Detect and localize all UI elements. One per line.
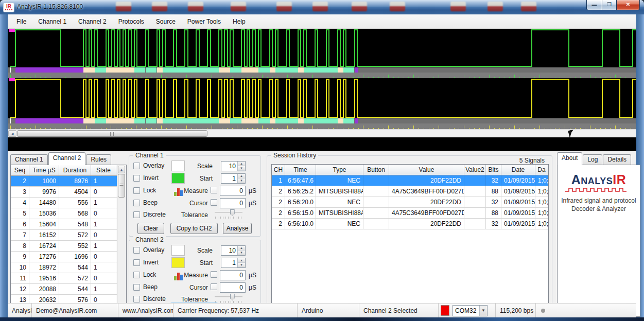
history-table-row[interactable]: 26:56:25.2MITSUBISHI88AC4A75C3649BFF00FD… bbox=[272, 186, 548, 197]
scroll-left-arrow-icon[interactable]: ◄ bbox=[8, 130, 16, 137]
channel-1-tolerance-slider[interactable] bbox=[215, 209, 242, 219]
menu-item-channel-2[interactable]: Channel 2 bbox=[73, 16, 112, 27]
scroll-up-arrow-icon[interactable]: ▲ bbox=[118, 166, 125, 173]
aero-reflection bbox=[390, 2, 405, 11]
column-header-seq[interactable]: Seq bbox=[11, 165, 29, 175]
channel-2-scale-spinner[interactable]: 10▲▼ bbox=[221, 245, 246, 256]
cell: 568 bbox=[59, 208, 91, 219]
channel-1-invert-color-swatch[interactable] bbox=[171, 173, 185, 184]
menu-item-power-tools[interactable]: Power Tools bbox=[182, 16, 226, 27]
channel-1-analyse-button[interactable]: Analyse bbox=[223, 223, 252, 234]
decode-bit-segment bbox=[95, 67, 106, 73]
column-header-duration[interactable]: Duration bbox=[59, 165, 91, 175]
signal-table-row[interactable]: 10189725441 bbox=[11, 262, 126, 273]
channel-1-lock-checkbox[interactable] bbox=[133, 187, 140, 194]
tab-details[interactable]: Details bbox=[603, 154, 631, 165]
menu-item-source[interactable]: Source bbox=[151, 16, 181, 27]
channel2-waveform-plot[interactable] bbox=[8, 78, 636, 118]
column-header-state[interactable]: State bbox=[91, 165, 116, 175]
checkbox-label: Discrete bbox=[143, 295, 166, 302]
signal-table-row[interactable]: 11195165720 bbox=[11, 273, 126, 284]
history-table-row[interactable]: 26:56:15.0MITSUBISHI88AC4A75C3649BFF00FD… bbox=[272, 208, 548, 219]
menu-item-channel-1[interactable]: Channel 1 bbox=[33, 16, 72, 27]
signal-table-row[interactable]: 3997645040 bbox=[11, 187, 126, 198]
maximize-button[interactable]: ❐ bbox=[602, 0, 616, 10]
decode-bit-segment bbox=[129, 118, 134, 123]
signal-table-vscrollbar[interactable]: ▲ ▼ bbox=[117, 165, 126, 316]
tab-channel-1[interactable]: Channel 1 bbox=[10, 154, 48, 165]
channel-1-overlay-color-swatch[interactable] bbox=[171, 160, 185, 171]
signal-table-row[interactable]: 5150365680 bbox=[11, 208, 126, 219]
checkbox-label: Overlay bbox=[143, 246, 164, 254]
channel-2-cursor-field[interactable]: 0 bbox=[220, 282, 246, 293]
column-header-time-s[interactable]: Time µS bbox=[29, 165, 59, 175]
signal-table-row[interactable]: 6156045481 bbox=[11, 219, 126, 230]
signal-table-row[interactable]: 2100089761 bbox=[11, 176, 126, 187]
column-header-time[interactable]: Time bbox=[285, 165, 316, 175]
tab-channel-2[interactable]: Channel 2 bbox=[48, 152, 86, 165]
cell: 2 bbox=[272, 208, 285, 218]
channel-2-measure-field[interactable]: 0 bbox=[220, 270, 246, 280]
channel-1-discrete-checkbox[interactable] bbox=[133, 211, 140, 218]
channel-2-tolerance-slider[interactable] bbox=[215, 294, 242, 303]
channel-1-copy-to-ch2-button[interactable]: Copy to CH2 bbox=[170, 223, 218, 234]
tab-about[interactable]: About bbox=[557, 152, 582, 165]
signal-table-row[interactable]: 8167245521 bbox=[11, 241, 126, 252]
title-bar[interactable]: IR AnalysIR 1.15.826.8100 ▬ ❐ ✕ bbox=[0, 0, 644, 15]
window-border-bottom bbox=[0, 317, 644, 321]
history-table-row[interactable]: 26:56:10.0NEC20DF22DD3201/09/20151;0; bbox=[272, 219, 548, 229]
waveform-scroll-thumb[interactable] bbox=[17, 130, 207, 137]
channel-2-cursor-checkbox[interactable] bbox=[211, 283, 217, 290]
channel-1-cursor-checkbox[interactable] bbox=[211, 199, 217, 206]
minimize-button[interactable]: ▬ bbox=[586, 0, 602, 10]
cell: 1696 bbox=[59, 252, 91, 262]
column-header-bits[interactable]: Bits bbox=[486, 165, 501, 175]
tab-log[interactable]: Log bbox=[583, 154, 602, 165]
com-port-select[interactable]: COM32▼ bbox=[452, 305, 488, 316]
channel-2-invert-checkbox[interactable] bbox=[133, 259, 140, 266]
cell: 4A75C3649BFF00FD027D82 bbox=[389, 208, 464, 218]
channel-1-start-spinner[interactable]: 1▲▼ bbox=[221, 173, 246, 184]
channel-1-measure-checkbox[interactable] bbox=[211, 187, 217, 193]
channel-2-overlay-color-swatch[interactable] bbox=[171, 245, 185, 256]
column-header-date[interactable]: Date bbox=[501, 165, 535, 175]
signal-scroll-thumb[interactable] bbox=[118, 174, 125, 198]
channel-1-clear-button[interactable]: Clear bbox=[137, 223, 164, 234]
channel-1-overlay-checkbox[interactable] bbox=[133, 163, 140, 169]
close-button[interactable]: ✕ bbox=[616, 0, 640, 10]
channel-2-start-spinner[interactable]: 1▲▼ bbox=[221, 258, 246, 268]
menu-item-file[interactable]: File bbox=[11, 16, 31, 27]
channel-1-invert-checkbox[interactable] bbox=[133, 175, 140, 182]
history-table-row[interactable]: 16:56:47.6NEC20DF22DD3201/09/20151;0; bbox=[272, 175, 548, 186]
signal-table-row[interactable]: 7161525720 bbox=[11, 230, 126, 241]
channel-2-overlay-checkbox[interactable] bbox=[133, 247, 140, 254]
channel-2-discrete-checkbox[interactable] bbox=[133, 296, 140, 302]
channel-2-invert-color-swatch[interactable] bbox=[171, 257, 185, 268]
channel1-waveform-plot[interactable] bbox=[8, 29, 636, 67]
menu-item-protocols[interactable]: Protocols bbox=[113, 16, 149, 27]
signal-table-row[interactable]: 91727616960 bbox=[11, 252, 126, 262]
channel2-trace bbox=[8, 78, 636, 118]
signal-table-row[interactable]: 4144805561 bbox=[11, 198, 126, 208]
channel-1-cursor-field[interactable]: 0 bbox=[220, 198, 246, 208]
channel-2-lock-checkbox[interactable] bbox=[133, 272, 140, 278]
channel-2-measure-checkbox[interactable] bbox=[211, 271, 217, 278]
signal-table-row[interactable]: 12200885441 bbox=[11, 284, 126, 295]
column-header-value[interactable]: Value bbox=[389, 165, 464, 175]
chevron-down-icon[interactable]: ▼ bbox=[479, 306, 487, 316]
column-header-value2[interactable]: Value2 bbox=[464, 165, 486, 175]
cell: 0 bbox=[91, 273, 116, 283]
column-header-da[interactable]: Da bbox=[535, 165, 548, 175]
column-header-ch[interactable]: CH bbox=[272, 165, 285, 175]
column-header-type[interactable]: Type bbox=[316, 165, 363, 175]
channel-2-beep-checkbox[interactable] bbox=[133, 284, 140, 291]
column-header-button[interactable]: Button bbox=[363, 165, 389, 175]
app-window: IR AnalysIR 1.15.826.8100 ▬ ❐ ✕ FileChan… bbox=[0, 0, 644, 321]
tab-rules[interactable]: Rules bbox=[86, 154, 111, 165]
menu-item-help[interactable]: Help bbox=[228, 16, 251, 27]
history-table-row[interactable]: 26:56:20.0NEC20DF22DD3201/09/20151;0; bbox=[272, 197, 548, 208]
waveform-hscrollbar[interactable]: ◄ bbox=[8, 129, 636, 137]
channel-1-measure-field[interactable]: 0 bbox=[220, 186, 246, 196]
channel-1-scale-spinner[interactable]: 10▲▼ bbox=[221, 161, 246, 171]
channel-1-beep-checkbox[interactable] bbox=[133, 200, 140, 206]
